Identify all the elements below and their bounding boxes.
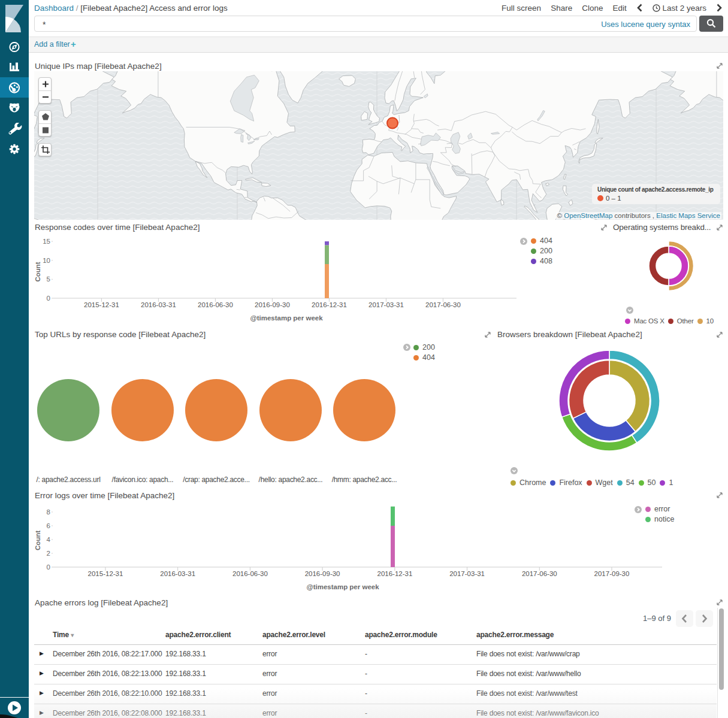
svg-text:2017-06-30: 2017-06-30: [425, 301, 461, 308]
svg-text:2017-06-30: 2017-06-30: [522, 570, 557, 577]
svg-text:2016-12-31: 2016-12-31: [312, 301, 347, 308]
svg-text:@timestamp per week: @timestamp per week: [250, 314, 323, 322]
svg-text:2015-12-31: 2015-12-31: [88, 570, 123, 577]
svg-text:6: 6: [47, 522, 50, 529]
svg-text:2017-09-30: 2017-09-30: [594, 570, 630, 577]
svg-text:10: 10: [43, 257, 50, 264]
svg-text:2017-03-31: 2017-03-31: [368, 301, 404, 308]
svg-text:2016-09-30: 2016-09-30: [305, 570, 340, 577]
svg-text:15: 15: [43, 238, 50, 245]
svg-text:2016-06-30: 2016-06-30: [232, 570, 268, 577]
svg-text:2016-03-31: 2016-03-31: [141, 301, 176, 308]
svg-text:2017-03-31: 2017-03-31: [449, 570, 485, 577]
svg-text:2016-12-31: 2016-12-31: [377, 570, 412, 577]
svg-text:5: 5: [47, 275, 50, 283]
svg-text:2016-03-31: 2016-03-31: [160, 570, 195, 577]
svg-text:2015-12-31: 2015-12-31: [84, 301, 119, 308]
svg-text:0: 0: [47, 564, 50, 571]
svg-text:8: 8: [47, 508, 50, 516]
svg-text:0: 0: [47, 295, 50, 302]
svg-text:4: 4: [47, 536, 51, 543]
svg-text:2016-09-30: 2016-09-30: [255, 301, 290, 308]
svg-text:2: 2: [47, 550, 50, 557]
svg-text:Count: Count: [34, 531, 41, 550]
svg-text:2016-06-30: 2016-06-30: [198, 301, 233, 308]
svg-text:Count: Count: [34, 262, 41, 281]
svg-text:@timestamp per week: @timestamp per week: [306, 583, 379, 590]
